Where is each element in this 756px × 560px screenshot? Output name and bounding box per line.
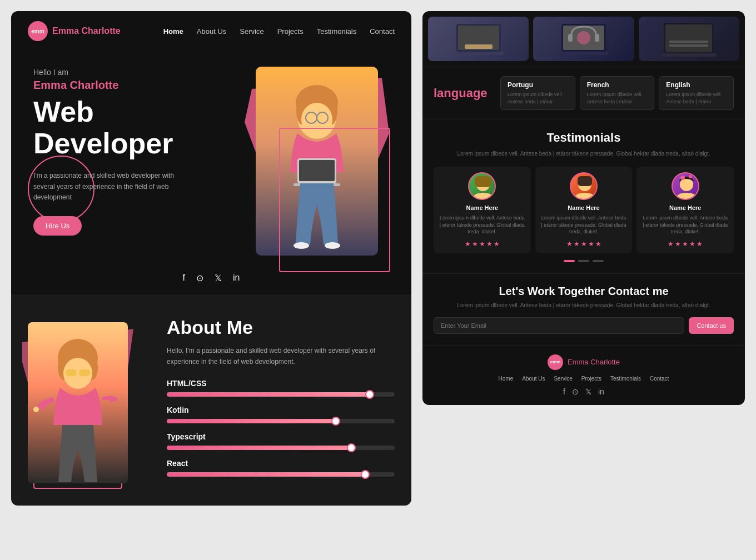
email-input[interactable] [434,317,684,334]
lang-desc-english: Lorem ipsum dlbede vell. Antese beda | e… [666,91,727,105]
footer-section: emm Emma Charlotte Home About Us Service… [422,345,745,405]
footer-logo-icon: emm [548,354,563,370]
contact-description: Lorem ipsum dlbede vell. Antese beda | e… [434,301,734,309]
testimonials-section: Testimonials Lorem ipsum dlbede vell. An… [422,119,745,273]
testimonial-avatar-3 [672,172,699,200]
svg-rect-38 [578,176,592,186]
twitter-icon[interactable]: 𝕏 [215,273,222,283]
skill-fill-kotlin [167,419,338,423]
testimonial-stars-3: ★ ★ ★ ★ ★ [642,240,728,248]
skill-typescript: Typescript [167,432,395,450]
logo-area: emm Emma Charlotte [28,21,121,41]
footer-nav: Home About Us Service Projects Testimoni… [434,376,734,382]
svg-rect-36 [475,176,491,187]
hero-description: I'm a passionate and skilled web develop… [33,171,189,203]
contact-title: Let's Work Together Contact me [434,285,734,298]
testimonial-avatar-2 [570,172,598,200]
skill-react: React [167,459,395,477]
skill-bar-react [167,472,395,477]
testimonial-stars-2: ★ ★ ★ ★ ★ [541,240,627,248]
hero-name: Emma Charlotte [33,79,395,92]
left-panel: emm Emma Charlotte Home About Us Service… [11,11,411,549]
footer-nav-projects[interactable]: Projects [581,376,601,382]
footer-linkedin-icon[interactable]: in [598,387,604,396]
skill-name-kotlin: Kotlin [167,406,395,414]
skill-bar-html [167,392,395,397]
footer-nav-about[interactable]: About Us [522,376,545,382]
skill-name-html: HTML/CSS [167,379,395,388]
skill-kotlin: Kotlin [167,406,395,423]
svg-rect-34 [669,41,708,43]
svg-point-27 [577,31,590,44]
testimonials-description: Lorem ipsum dlbede vell. Antese beda | e… [434,149,734,158]
footer-nav-testimonials[interactable]: Testimonials [610,376,641,382]
hire-us-button[interactable]: Hire Us [33,216,82,236]
footer-instagram-icon[interactable]: ⊙ [572,387,579,396]
language-section: language Portugu Lorem ipsum dlbede vell… [422,67,745,119]
skill-fill-react [167,472,367,477]
language-title: language [434,86,489,101]
project-image-3 [639,17,739,61]
testimonial-stars-1: ★ ★ ★ ★ ★ [439,240,525,248]
testimonial-text-3: Lorem ipsum dlbede vell. Antese beda | e… [642,214,728,236]
about-description: Hello, I'm a passionate and skilled web … [167,345,395,368]
skill-dot-typescript [347,443,356,452]
contact-button[interactable]: Contact us [689,317,734,334]
lang-card-portugu: Portugu Lorem ipsum dlbede vell. Antese … [500,76,575,110]
dot-3[interactable] [593,260,604,262]
skill-dot-html [365,390,374,399]
dot-2[interactable] [578,260,589,262]
svg-rect-23 [465,44,493,49]
hero-greeting: Hello I am [33,68,395,77]
nav-projects[interactable]: Projects [277,27,304,36]
nav-contact[interactable]: Contact [370,27,395,36]
skill-bar-typescript [167,446,395,450]
svg-rect-22 [454,52,504,55]
lang-card-english: English Lorem ipsum dlbede vell. Antese … [659,76,734,110]
projects-images [422,11,745,67]
lang-name-french: French [587,81,648,89]
skill-dot-react [361,470,370,479]
facebook-icon[interactable]: f [183,273,185,283]
lang-name-english: English [666,81,727,89]
project-image-1 [428,17,529,61]
svg-rect-29 [595,34,599,42]
nav-testimonials[interactable]: Testimonials [317,27,357,36]
footer-nav-contact[interactable]: Contact [650,376,669,382]
dot-1[interactable] [564,260,575,262]
brand-name: Emma Charlotte [52,26,121,36]
testimonial-card-2: Name Here Lorem ipsum dlbede vell. Antes… [535,167,633,253]
lang-name-portugu: Portugu [508,81,568,89]
logo-icon: emm [28,21,48,41]
right-panel: language Portugu Lorem ipsum dlbede vell… [422,11,745,549]
skill-name-typescript: Typescript [167,432,395,441]
nav-service[interactable]: Service [240,27,263,36]
footer-nav-home[interactable]: Home [499,376,514,382]
contact-section: Let's Work Together Contact me Lorem ips… [422,273,745,345]
nav-about[interactable]: About Us [197,27,226,36]
about-image-area [28,311,150,489]
testimonial-name-1: Name Here [439,204,525,211]
hero-title: Web Developer [33,96,395,159]
testimonial-name-3: Name Here [642,204,728,211]
footer-nav-service[interactable]: Service [554,376,572,382]
svg-rect-32 [661,53,717,57]
language-cards: Portugu Lorem ipsum dlbede vell. Antese … [500,76,734,110]
project-image-2 [533,17,634,61]
svg-rect-31 [665,24,712,52]
hero-section: emm Emma Charlotte Home About Us Service… [11,11,411,294]
instagram-icon[interactable]: ⊙ [196,273,203,283]
testimonial-card-1: Name Here Lorem ipsum dlbede vell. Antes… [434,167,531,253]
hero-content: Hello I am Emma Charlotte Web Developer … [11,51,411,247]
nav-home[interactable]: Home [163,27,183,36]
testimonial-name-2: Name Here [541,204,627,211]
footer-twitter-icon[interactable]: 𝕏 [585,387,591,396]
lang-desc-portugu: Lorem ipsum dlbede vell. Antese beda | e… [508,91,568,105]
about-person-image [28,322,128,483]
testimonial-pagination [434,260,734,262]
skill-name-react: React [167,459,395,468]
footer-facebook-icon[interactable]: f [563,387,565,396]
linkedin-icon[interactable]: in [233,273,240,283]
footer-logo: emm Emma Charlotte [434,354,734,370]
nav-links: Home About Us Service Projects Testimoni… [163,26,395,36]
